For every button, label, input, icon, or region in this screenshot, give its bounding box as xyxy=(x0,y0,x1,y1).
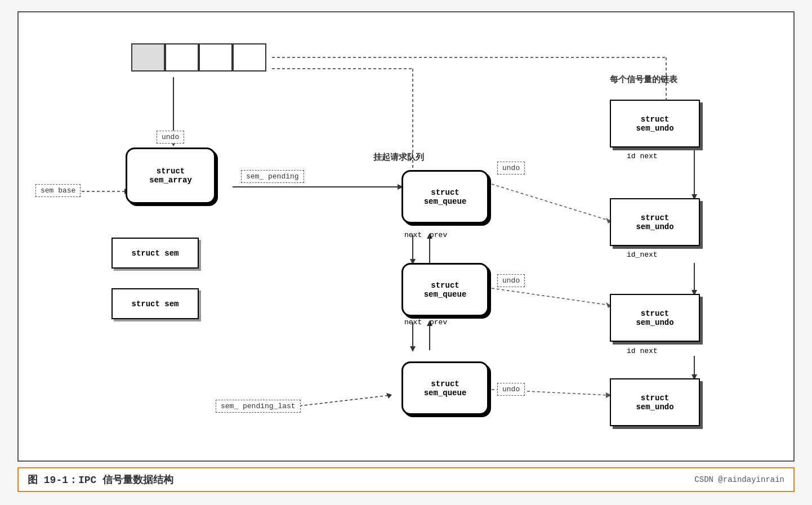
array-cell-2 xyxy=(199,43,233,71)
id-next-3: id next xyxy=(627,347,658,355)
sem-undo-4-node: struct sem_undo xyxy=(610,378,700,426)
sem-queue-2-node: struct sem_queue xyxy=(401,263,489,316)
prev-label-1: prev xyxy=(430,231,447,239)
undo-label-2: undo xyxy=(497,274,525,287)
sem-undo-3-node: struct sem_undo xyxy=(610,294,700,342)
sem-pending-label: sem_ pending xyxy=(241,170,304,183)
array-box xyxy=(131,43,266,71)
id-next-1: id next xyxy=(627,152,658,160)
svg-line-25 xyxy=(492,184,610,221)
id-next-2: id_next xyxy=(627,251,658,259)
struct-sem-1-node: struct sem xyxy=(111,238,199,269)
svg-line-17 xyxy=(295,395,390,406)
sem-queue-1-node: struct sem_queue xyxy=(401,170,489,224)
svg-marker-18 xyxy=(386,393,392,399)
next-label-1: next xyxy=(404,231,422,239)
sem-array-node: struct sem_array xyxy=(126,148,216,204)
svg-line-27 xyxy=(492,288,610,305)
diagram-container: sem_ids.entries.p 每个信号量的链表 struct sem_ar… xyxy=(17,11,795,462)
sem-queue-3-node: struct sem_queue xyxy=(401,361,489,415)
caption-bar: 图 19-1：IPC 信号量数据结构 CSDN @raindayinrain xyxy=(17,467,795,492)
array-cell-0 xyxy=(131,43,165,71)
undo-label-1: undo xyxy=(497,162,525,175)
struct-sem-2-node: struct sem xyxy=(111,288,199,319)
sem-undo-2-node: struct sem_undo xyxy=(610,198,700,246)
undo-label-3: undo xyxy=(497,383,525,396)
next-label-2: next xyxy=(404,318,422,327)
hang-label: 挂起请求队列 xyxy=(373,152,424,163)
prev-label-2: prev xyxy=(430,318,447,327)
chain-label: 每个信号量的链表 xyxy=(610,74,677,85)
sem-undo-1-node: struct sem_undo xyxy=(610,100,700,148)
undo-label-top: undo xyxy=(157,131,184,144)
sem-pending-last-label: sem_ pending_last xyxy=(216,400,301,413)
caption-title: 图 19-1：IPC 信号量数据结构 xyxy=(28,473,173,486)
caption-source: CSDN @raindayinrain xyxy=(694,475,784,484)
svg-marker-14 xyxy=(410,346,416,352)
array-cell-1 xyxy=(165,43,199,71)
array-cell-3 xyxy=(233,43,266,71)
sem-base-label: sem base xyxy=(35,184,81,197)
